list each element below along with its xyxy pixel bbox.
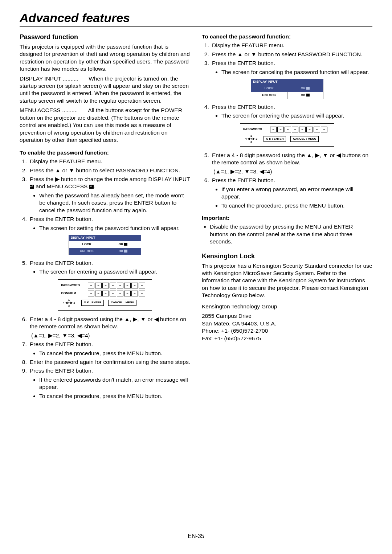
cancel-step-2: Press the ▲ or ▼ button to select PASSWO… bbox=[211, 51, 372, 58]
cancel-step-4-note: The screen for entering the password wil… bbox=[221, 112, 372, 119]
kensington-fax: Fax: +1- (650)572-9675 bbox=[202, 335, 372, 342]
cancel-step-3: Press the ENTER button. The screen for c… bbox=[211, 59, 372, 76]
cancel-step-6-note-2: To cancel the procedure, press the MENU … bbox=[221, 202, 372, 209]
important-heading: Important: bbox=[202, 214, 372, 222]
right-arrow-icon: ▶ bbox=[315, 152, 319, 158]
osd-password-confirm: PASSWORD –––––––– CONFIRM –––––––– 1 4◀●… bbox=[58, 279, 152, 311]
right-arrow-icon: ▶ bbox=[133, 316, 137, 322]
mode-display-input-label: DISPLAY INPUT .......... bbox=[20, 75, 78, 82]
page-number: EN-35 bbox=[0, 533, 392, 539]
enable-step-7: Press the ENTER button. To cancel the pr… bbox=[28, 341, 190, 357]
cancel-step-5: Enter a 4 - 8 digit password using the ▲… bbox=[211, 152, 372, 175]
enable-step-7-note: To cancel the procedure, press the MENU … bbox=[39, 350, 190, 357]
kensington-heading: Kensington Lock bbox=[202, 252, 372, 261]
enable-heading: To enable the password function: bbox=[20, 149, 190, 156]
osd-unlock-ok: OK bbox=[287, 92, 323, 99]
enable-step-3-note: When the password has already been set, … bbox=[39, 192, 190, 214]
osd-header: DISPLAY INPUT bbox=[251, 79, 323, 85]
down-arrow-icon: ▼ bbox=[323, 152, 328, 158]
pw-intro: This projector is equipped with the pass… bbox=[20, 43, 190, 73]
enable-step-2: Press the ▲ or ▼ button to select PASSWO… bbox=[28, 167, 190, 174]
left-arrow-icon: ◀ bbox=[248, 138, 250, 140]
right-arrow-icon: ▶ bbox=[253, 138, 255, 140]
enter-icon bbox=[306, 87, 310, 90]
pw-heading: Password function bbox=[20, 33, 190, 42]
osd-dpad: 1 4◀●▶2 3 bbox=[61, 299, 77, 307]
enable-step-5: Press the ENTER button. The screen for e… bbox=[28, 259, 190, 276]
enter-icon bbox=[124, 250, 127, 253]
osd-dpad: 1 4◀●▶2 3 bbox=[243, 135, 259, 143]
osd-lock-label: LOCK bbox=[251, 85, 287, 92]
osd-ok-enter-button: O K : ENTER bbox=[81, 300, 104, 306]
enable-step-8: Enter the password again for confirmatio… bbox=[28, 358, 190, 366]
kensington-addr-3: San Mateo, CA 94403, U.S.A. bbox=[202, 320, 372, 327]
enable-step-6: Enter a 4 - 8 digit password using the ▲… bbox=[28, 316, 190, 339]
up-arrow-icon: ▲ bbox=[55, 167, 61, 173]
cancel-step-6-note-1: If you enter a wrong password, an error … bbox=[221, 186, 372, 201]
enable-step-9: Press the ENTER button. If the entered p… bbox=[28, 367, 190, 400]
osd-unlock-ok: OK bbox=[105, 248, 141, 255]
osd-cancel-menu-button: CANCEL : MENU bbox=[290, 136, 319, 142]
enable-step-9-note-2: To cancel the procedure, press the MENU … bbox=[39, 393, 190, 400]
enable-step-4: Press the ENTER button. The screen for s… bbox=[28, 216, 190, 232]
osd-lock-label: LOCK bbox=[69, 241, 105, 248]
kensington-addr-2: 2855 Campus Drive bbox=[202, 312, 372, 320]
important-note: Disable the password by pressing the MEN… bbox=[210, 223, 372, 245]
enable-step-1: Display the FEATURE menu. bbox=[28, 158, 190, 165]
up-arrow-icon: ▲ bbox=[124, 316, 130, 322]
osd-display-input-lock: DISPLAY INPUT LOCK OK UNLOCK OK bbox=[69, 235, 141, 255]
cancel-step-4: Press the ENTER button. The screen for e… bbox=[211, 103, 372, 120]
osd-cancel-menu-button: CANCEL : MENU bbox=[108, 300, 136, 306]
down-arrow-icon: ▼ bbox=[69, 167, 74, 173]
page-title: Advanced features bbox=[20, 11, 372, 27]
enter-icon bbox=[89, 185, 94, 189]
osd-display-input-unlock: DISPLAY INPUT LOCK OK UNLOCK OK bbox=[251, 79, 323, 99]
enable-step-4-note: The screen for setting the password func… bbox=[39, 225, 190, 232]
up-arrow-icon: ▲ bbox=[237, 51, 243, 57]
left-column: Password function This projector is equi… bbox=[20, 32, 190, 402]
kensington-phone: Phone: +1- (650)572-2700 bbox=[202, 327, 372, 335]
down-arrow-icon: ▼ bbox=[140, 316, 146, 322]
up-arrow-icon: ▲ bbox=[306, 152, 312, 158]
osd-unlock-label: UNLOCK bbox=[69, 248, 105, 255]
right-column: To cancel the password function: Display… bbox=[202, 32, 372, 402]
osd-lock-ok: OK bbox=[287, 85, 323, 92]
enter-icon bbox=[30, 185, 34, 189]
osd-password-only: PASSWORD –––––––– 1 4◀●▶2 3 O K : ENTER … bbox=[240, 123, 334, 147]
osd-confirm-label: CONFIRM bbox=[61, 291, 84, 296]
cancel-heading: To cancel the password function: bbox=[202, 33, 372, 40]
osd-ok-enter-button: O K : ENTER bbox=[264, 136, 286, 142]
osd-header: DISPLAY INPUT bbox=[69, 235, 141, 241]
down-arrow-icon: ▼ bbox=[251, 51, 257, 57]
osd-password-label: PASSWORD bbox=[243, 127, 266, 132]
enter-icon bbox=[124, 243, 127, 246]
cancel-step-3-note: The screen for canceling the password fu… bbox=[221, 69, 372, 76]
osd-unlock-label: UNLOCK bbox=[251, 92, 287, 99]
enable-step-5-note: The screen for entering a password will … bbox=[39, 268, 190, 275]
cancel-step-6: Press the ENTER button. If you enter a w… bbox=[211, 177, 372, 209]
osd-lock-ok: OK bbox=[105, 241, 141, 248]
enable-step-3: Press the ▶ button to change the mode am… bbox=[28, 176, 190, 214]
right-arrow-icon: ▶ bbox=[70, 301, 73, 304]
osd-password-boxes: –––––––– bbox=[270, 127, 327, 132]
enter-icon bbox=[306, 94, 310, 97]
kensington-body: This projector has a Kensington Security… bbox=[202, 262, 372, 299]
left-arrow-icon: ◀ bbox=[154, 316, 159, 322]
osd-confirm-boxes: –––––––– bbox=[88, 291, 145, 296]
right-arrow-icon: ▶ bbox=[55, 176, 60, 182]
osd-password-boxes: –––––––– bbox=[88, 283, 145, 288]
kensington-addr-1: Kensington Technology Group bbox=[202, 303, 372, 310]
osd-password-label: PASSWORD bbox=[61, 283, 84, 288]
arrow-mapping: (▲=1, ▶=2, ▼=3, ◀=4) bbox=[30, 332, 190, 339]
enable-step-9-note-1: If the entered passwords don't match, an… bbox=[39, 376, 190, 391]
left-arrow-icon: ◀ bbox=[65, 301, 68, 304]
mode-menu-access-label: MENU ACCESS .......... bbox=[20, 107, 78, 113]
cancel-step-1: Display the FEATURE menu. bbox=[211, 42, 372, 49]
arrow-mapping: (▲=1, ▶=2, ▼=3, ◀=4) bbox=[212, 168, 372, 175]
left-arrow-icon: ◀ bbox=[336, 152, 341, 158]
